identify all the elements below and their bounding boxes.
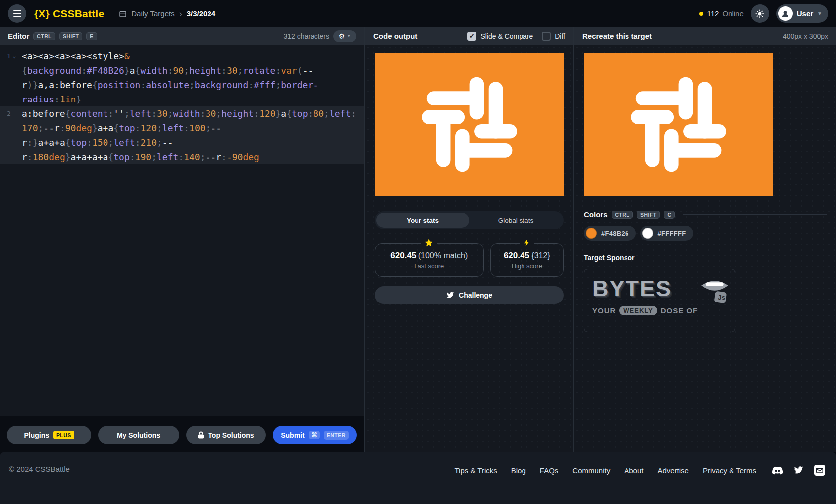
divider [683,214,827,215]
editor-settings-button[interactable]: ⚙ ▼ [333,30,356,42]
submit-label: Submit [281,431,304,439]
copyright: © 2024 CSSBattle [9,465,70,473]
kbd-ctrl: CTRL [33,32,55,40]
code-row[interactable]: 2a:before{content:'';left:30;width:30;he… [0,106,364,121]
sponsor-tagline-dose: DOSE OF [661,306,698,315]
footer-link-advertise[interactable]: Advertise [657,466,689,475]
colors-section-header: Colors CTRL SHIFT C [584,210,827,219]
plus-badge: PLUS [53,431,74,439]
sponsor-section-header: Target Sponsor [584,254,827,262]
lock-icon [198,431,204,439]
swatch-hex: #F48B26 [601,230,629,237]
navbar-right: 112 Online User ▼ [699,4,828,23]
bolt-icon [520,238,534,247]
code-line-text: {background:#F48B26}a{width:90;height:30… [22,63,313,78]
code-row[interactable]: r:}a+a+a{top:150;left:210;-- [0,135,364,150]
editor-title: Editor [8,32,29,40]
footer-social-icons [772,465,825,476]
target-pane: Recreate this target 400px x 300px Color… [574,27,836,452]
footer-links: Tips & Tricks Blog FAQs Community About … [454,465,825,476]
fold-icon[interactable]: ⌄ [13,49,16,63]
line-number: 2 [0,106,22,121]
code-output-image[interactable] [375,53,564,196]
logo-text: CSSBattle [53,8,104,20]
code-line-text: radius:1in} [22,92,81,106]
code-row[interactable]: {background:#F48B26}a{width:90;height:30… [0,63,364,78]
top-solutions-button[interactable]: Top Solutions [186,426,266,444]
footer: © 2024 CSSBattle Tips & Tricks Blog FAQs… [0,452,836,504]
slide-compare-label: Slide & Compare [480,32,533,40]
plugins-button[interactable]: Plugins PLUS [7,426,91,444]
tab-your-stats[interactable]: Your stats [376,213,469,228]
breadcrumb: Daily Targets › 3/3/2024 [119,9,215,18]
footer-link-about[interactable]: About [624,466,643,475]
footer-link-community[interactable]: Community [572,466,610,475]
footer-link-privacy[interactable]: Privacy & Terms [703,466,756,475]
footer-link-blog[interactable]: Blog [511,466,526,475]
enter-key-badge: ENTER [324,431,349,440]
code-editor[interactable]: 1⌄<a><a><a><a><style>&{background:#F48B2… [0,45,364,416]
swatch-white[interactable]: #FFFFFF [640,226,693,241]
diff-checkbox[interactable]: Diff [542,32,565,41]
code-row[interactable]: 1⌄<a><a><a><a><style>& [0,49,364,63]
email-icon[interactable] [814,465,825,476]
slide-compare-checkbox[interactable]: ✓ Slide & Compare [467,32,533,41]
swatch-orange[interactable]: #F48B26 [584,226,636,241]
checkbox-empty-icon [542,32,551,41]
line-number [0,63,22,78]
breadcrumb-daily-targets[interactable]: Daily Targets [131,9,174,18]
breadcrumb-date: 3/3/2024 [187,9,215,18]
line-number [0,135,22,150]
breadcrumb-chevron: › [179,9,182,18]
editor-pane: Editor CTRL SHIFT E 312 characters ⚙ ▼ 1… [0,27,364,452]
gear-icon: ⚙ [339,33,345,40]
code-line-text: a:before{content:'';left:30;width:30;hei… [22,106,356,121]
line-number [0,78,22,92]
target-image[interactable] [584,53,773,196]
submit-button[interactable]: Submit ⌘ ENTER [273,426,357,444]
high-score-value: 620.45 [504,251,529,260]
high-score-card: 620.45 {312} High score [490,243,564,277]
theme-toggle-button[interactable] [751,4,769,23]
user-menu-button[interactable]: User ▼ [776,4,828,23]
code-line-text: r:180deg}a+a+a+a{top:190;left:140;--r:-9… [22,150,259,164]
output-pane: Code output ✓ Slide & Compare Diff Your … [364,27,574,452]
sponsor-mouth-icon: Js [699,277,730,308]
line-number: 1⌄ [0,49,22,63]
swatch-hex: #FFFFFF [658,230,686,237]
stats-tabs: Your stats Global stats [375,211,564,229]
logo[interactable]: {X}CSSBattle [34,8,104,20]
last-score-card: 620.45 (100% match) Last score [375,243,484,277]
navbar: {X}CSSBattle Daily Targets › 3/3/2024 11… [0,0,836,27]
code-row[interactable]: radius:1in} [0,92,364,106]
plugins-label: Plugins [24,431,49,439]
code-row[interactable]: r)}a,a:before{position:absolute;backgrou… [0,78,364,92]
color-dot-icon [642,228,653,239]
code-row[interactable]: 170;--r:90deg}a+a{top:120;left:100;-- [0,121,364,135]
my-solutions-label: My Solutions [117,431,160,439]
code-row[interactable]: r:180deg}a+a+a+a{top:190;left:140;--r:-9… [0,150,364,164]
discord-icon[interactable] [772,465,783,476]
my-solutions-button[interactable]: My Solutions [98,426,179,444]
colors-title: Colors [584,210,608,219]
art-shape [422,110,465,124]
sponsor-banner[interactable]: BYTES YOUR WEEKLY DOSE OF Js [584,269,735,332]
score-cards: 620.45 (100% match) Last score 620.45 {3… [375,243,564,277]
target-size: 400px x 300px [783,32,828,40]
footer-link-tips[interactable]: Tips & Tricks [454,466,497,475]
calendar-icon [119,10,127,18]
online-indicator: 112 Online [699,9,743,18]
menu-button[interactable] [8,4,26,23]
user-label: User [797,9,813,18]
art-shape [664,129,679,172]
output-options: ✓ Slide & Compare Diff [467,32,565,41]
challenge-button[interactable]: Challenge [375,286,564,304]
online-label: Online [722,9,743,18]
sponsor-tagline-weekly: WEEKLY [619,306,657,315]
twitter-icon[interactable] [794,466,803,474]
target-title: Recreate this target [582,32,652,40]
code-line-text: 170;--r:90deg}a+a{top:120;left:100;-- [22,121,221,135]
footer-link-faqs[interactable]: FAQs [540,466,559,475]
last-score-label: Last score [414,262,444,270]
tab-global-stats[interactable]: Global stats [469,213,562,228]
